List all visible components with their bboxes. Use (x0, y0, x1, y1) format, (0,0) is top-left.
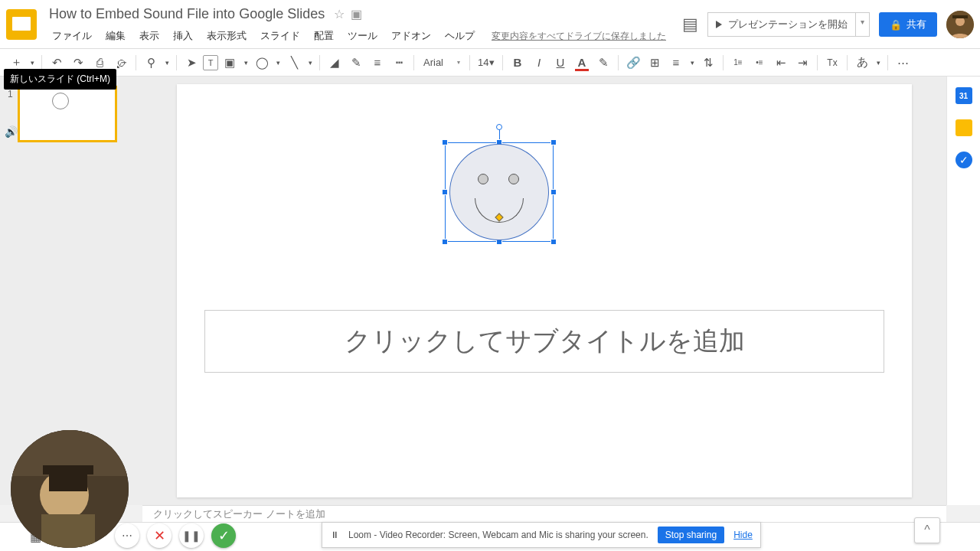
banner-text: Loom - Video Recorder: Screen, Webcam an… (348, 530, 648, 540)
clear-format-button[interactable]: Tx (822, 53, 842, 73)
svg-rect-6 (49, 472, 87, 491)
resize-handle-br[interactable] (550, 239, 557, 245)
border-color-button[interactable]: ✎ (346, 53, 366, 73)
border-weight-button[interactable]: ≡ (368, 53, 387, 73)
loom-more-button[interactable]: ⋯ (115, 523, 139, 548)
screen-share-banner: ⏸ Loom - Video Recorder: Screen, Webcam … (322, 522, 761, 548)
slide-thumbnail-1[interactable] (18, 86, 117, 142)
resize-handle-mr[interactable] (550, 189, 557, 195)
eye-left-icon (478, 174, 488, 184)
fill-color-button[interactable]: ◢ (325, 53, 345, 73)
share-label: 共有 (906, 18, 926, 31)
menu-insert[interactable]: 挿入 (167, 27, 199, 45)
input-tools-dropdown[interactable]: ▾ (874, 53, 883, 73)
line-dropdown[interactable]: ▾ (305, 53, 315, 73)
loom-pause-button[interactable]: ❚❚ (179, 523, 204, 548)
menu-format[interactable]: 表示形式 (201, 27, 253, 45)
line-tool[interactable]: ╲ (284, 53, 304, 73)
stop-sharing-button[interactable]: Stop sharing (658, 527, 724, 543)
side-panel: 31 ✓ (946, 77, 980, 505)
resize-handle-ml[interactable] (442, 189, 448, 195)
more-tools-button[interactable]: ⋯ (893, 53, 913, 73)
shape-dropdown[interactable]: ▾ (273, 53, 283, 73)
smiley-face-shape[interactable] (449, 144, 549, 240)
menu-edit[interactable]: 編集 (100, 27, 132, 45)
slides-logo-icon[interactable] (6, 9, 37, 40)
image-tool[interactable]: ▣ (220, 53, 240, 73)
save-status[interactable]: 変更内容をすべてドライブに保存しました (492, 30, 666, 45)
link-button[interactable]: 🔗 (623, 53, 643, 73)
move-folder-icon[interactable]: ▣ (351, 7, 362, 21)
font-size-select[interactable]: 14 ▾ (475, 55, 498, 70)
svg-rect-2 (952, 15, 968, 18)
bold-button[interactable]: B (508, 53, 528, 73)
underline-button[interactable]: U (550, 53, 570, 73)
slide-canvas[interactable]: クリックしてサブタイトルを追加 (177, 84, 912, 497)
menu-addons[interactable]: アドオン (385, 27, 437, 45)
tasks-icon[interactable]: ✓ (956, 152, 972, 168)
align-button[interactable]: ≡ (666, 53, 686, 73)
subtitle-placeholder-text: クリックしてサブタイトルを追加 (345, 324, 745, 359)
image-dropdown[interactable]: ▾ (241, 53, 250, 73)
highlight-button[interactable]: ✎ (593, 53, 613, 73)
menu-help[interactable]: ヘルプ (439, 27, 481, 45)
resize-handle-tl[interactable] (442, 139, 448, 145)
speaker-notes-placeholder: クリックしてスピーカー ノートを追加 (153, 508, 325, 520)
menu-arrange[interactable]: 配置 (308, 27, 340, 45)
present-button[interactable]: プレゼンテーションを開始 (707, 12, 856, 37)
comments-icon[interactable]: ▤ (682, 15, 698, 34)
resize-handle-tr[interactable] (550, 139, 557, 145)
slide-number: 1 (8, 89, 13, 99)
zoom-dropdown[interactable]: ▾ (162, 53, 172, 73)
chevron-down-icon: ▾ (457, 59, 460, 66)
align-dropdown[interactable]: ▾ (688, 53, 697, 73)
account-avatar[interactable] (946, 11, 974, 38)
menu-view[interactable]: 表示 (133, 27, 165, 45)
resize-handle-bl[interactable] (442, 239, 448, 245)
sound-icon: 🔊 (5, 126, 18, 505)
explore-button[interactable]: ^ (914, 517, 940, 543)
doc-title[interactable]: How to Embed Sound File into Google Slid… (46, 5, 328, 24)
font-size-value: 14 (478, 57, 488, 68)
menu-file[interactable]: ファイル (46, 27, 98, 45)
add-comment-button[interactable]: ⊞ (645, 53, 665, 73)
canvas-area[interactable]: クリックしてサブタイトルを追加 (142, 77, 946, 505)
speaker-notes[interactable]: クリックしてスピーカー ノートを追加 (142, 505, 946, 522)
hide-banner-link[interactable]: Hide (733, 530, 753, 540)
loom-finish-button[interactable]: ✓ (211, 523, 236, 548)
present-dropdown[interactable]: ▾ (856, 12, 870, 37)
select-tool[interactable]: ➤ (181, 53, 201, 73)
input-tools-button[interactable]: あ (852, 53, 872, 73)
present-label: プレゼンテーションを開始 (728, 18, 848, 31)
loom-webcam[interactable] (11, 430, 129, 548)
rotation-handle[interactable] (496, 124, 502, 130)
thumb-face-icon (52, 93, 69, 109)
textbox-tool[interactable]: T (203, 55, 218, 70)
keep-icon[interactable] (956, 119, 972, 136)
font-family-select[interactable]: Arial ▾ (419, 55, 465, 70)
italic-button[interactable]: I (529, 53, 549, 73)
indent-increase-button[interactable]: ⇥ (792, 53, 812, 73)
title-block: How to Embed Sound File into Google Slid… (46, 5, 682, 45)
rotation-line (499, 129, 500, 139)
subtitle-placeholder-box[interactable]: クリックしてサブタイトルを追加 (204, 310, 884, 373)
shape-tool[interactable]: ◯ (252, 53, 272, 73)
menu-slide[interactable]: スライド (254, 27, 306, 45)
main-area: 1 🔊 (0, 77, 980, 505)
text-color-button[interactable]: A (572, 53, 592, 73)
border-dash-button[interactable]: ┅ (389, 53, 409, 73)
indent-decrease-button[interactable]: ⇤ (771, 53, 791, 73)
svg-rect-7 (43, 465, 93, 474)
zoom-button[interactable]: ⚲ (141, 53, 161, 73)
loom-close-button[interactable]: ✕ (147, 523, 172, 548)
bulleted-list-button[interactable]: •≡ (750, 53, 769, 73)
star-icon[interactable]: ☆ (334, 7, 345, 21)
menubar: ファイル 編集 表示 挿入 表示形式 スライド 配置 ツール アドオン ヘルプ … (46, 27, 682, 45)
share-button[interactable]: 🔒 共有 (879, 12, 937, 37)
selected-shape[interactable] (445, 142, 554, 242)
line-spacing-button[interactable]: ⇅ (698, 53, 718, 73)
menu-tools[interactable]: ツール (341, 27, 384, 45)
numbered-list-button[interactable]: 1≡ (728, 53, 748, 73)
header-right: ▤ プレゼンテーションを開始 ▾ 🔒 共有 (682, 11, 974, 38)
calendar-icon[interactable]: 31 (956, 87, 972, 104)
